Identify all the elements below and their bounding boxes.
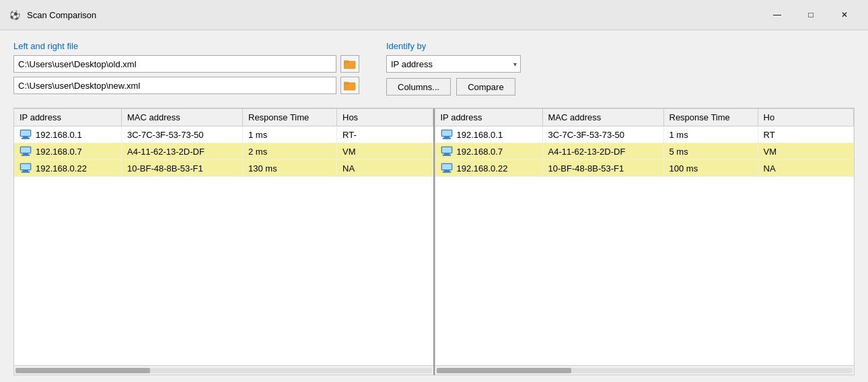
right-row3-mac: 10-BF-48-8B-53-F1 xyxy=(543,161,664,176)
right-row2-rt: 5 ms xyxy=(664,144,758,159)
svg-rect-23 xyxy=(442,147,451,153)
folder-icon xyxy=(344,59,356,69)
table-row[interactable]: 192.168.0.7 A4-11-62-13-2D-DF 2 ms VM xyxy=(14,143,433,160)
svg-rect-13 xyxy=(23,170,28,171)
right-row2-ip: 192.168.0.7 xyxy=(435,143,543,159)
left-table-body: 192.168.0.1 3C-7C-3F-53-73-50 1 ms RT- xyxy=(14,126,433,365)
table-row[interactable]: 192.168.0.22 10-BF-48-8B-53-F1 130 ms NA xyxy=(14,160,433,177)
svg-rect-19 xyxy=(442,130,451,136)
file2-browse-button[interactable] xyxy=(340,77,359,94)
svg-rect-18 xyxy=(443,138,451,139)
svg-rect-27 xyxy=(442,164,451,169)
table-row[interactable]: 192.168.0.7 A4-11-62-13-2D-DF 5 ms VM xyxy=(435,143,855,160)
compare-button[interactable]: Compare xyxy=(456,78,515,96)
computer-icon xyxy=(441,146,453,157)
right-table-header: IP address MAC address Response Time Ho xyxy=(435,109,855,126)
close-button[interactable]: ✕ xyxy=(829,5,860,25)
left-row3-ip: 192.168.0.22 xyxy=(14,160,122,176)
identify-controls: IP address MAC address Hostname ▾ Column… xyxy=(386,55,521,96)
file-section-label: Left and right file xyxy=(13,41,359,51)
app-icon: ⚽ xyxy=(8,8,22,22)
table-row[interactable]: 192.168.0.1 3C-7C-3F-53-73-50 1 ms RT- xyxy=(14,126,433,143)
right-table-panel: IP address MAC address Response Time Ho xyxy=(435,108,855,375)
identify-row: IP address MAC address Hostname ▾ xyxy=(386,55,521,73)
left-scrollbar-track[interactable] xyxy=(15,368,432,373)
right-scrollbar-thumb[interactable] xyxy=(437,368,571,373)
left-row3-host: NA xyxy=(337,161,433,176)
left-scrollbar[interactable] xyxy=(14,365,433,375)
svg-rect-15 xyxy=(21,164,30,169)
computer-icon xyxy=(20,146,32,157)
minimize-button[interactable]: — xyxy=(762,5,793,25)
svg-rect-10 xyxy=(22,155,30,156)
table-row[interactable]: 192.168.0.22 10-BF-48-8B-53-F1 100 ms NA xyxy=(435,160,855,177)
left-row1-ip: 192.168.0.1 xyxy=(14,126,122,143)
svg-rect-3 xyxy=(344,82,349,84)
identify-label: Identify by xyxy=(386,41,521,51)
svg-rect-7 xyxy=(21,130,30,136)
svg-rect-21 xyxy=(444,153,449,155)
computer-icon xyxy=(441,129,453,140)
left-scrollbar-thumb[interactable] xyxy=(15,368,150,373)
right-col-mac: MAC address xyxy=(543,109,664,126)
right-col-ip: IP address xyxy=(435,109,543,126)
right-scrollbar[interactable] xyxy=(435,365,855,375)
file2-row xyxy=(13,77,359,94)
window-controls: — □ ✕ xyxy=(762,5,860,25)
file1-browse-button[interactable] xyxy=(340,55,359,73)
svg-rect-14 xyxy=(22,171,30,173)
top-section: Left and right file xyxy=(13,41,855,98)
identify-section: Identify by IP address MAC address Hostn… xyxy=(386,41,521,98)
file1-input[interactable] xyxy=(13,55,336,73)
svg-rect-26 xyxy=(443,171,451,173)
right-row3-ip: 192.168.0.22 xyxy=(435,160,543,176)
left-col-ip: IP address xyxy=(14,109,122,126)
right-row3-host: NA xyxy=(758,161,855,176)
right-col-rt: Response Time xyxy=(664,109,758,126)
svg-rect-17 xyxy=(444,137,449,138)
left-row2-rt: 2 ms xyxy=(243,144,337,159)
right-row1-host: RT xyxy=(758,127,855,143)
right-table-body: 192.168.0.1 3C-7C-3F-53-73-50 1 ms RT xyxy=(435,126,855,365)
right-row2-mac: A4-11-62-13-2D-DF xyxy=(543,144,664,159)
right-row2-host: VM xyxy=(758,144,855,159)
right-row1-ip: 192.168.0.1 xyxy=(435,126,543,143)
right-row3-rt: 100 ms xyxy=(664,161,758,176)
left-row2-mac: A4-11-62-13-2D-DF xyxy=(122,144,243,159)
svg-rect-22 xyxy=(443,155,451,156)
right-col-host: Ho xyxy=(758,109,855,126)
svg-rect-6 xyxy=(22,138,30,139)
svg-rect-5 xyxy=(23,137,28,138)
computer-icon xyxy=(20,163,32,174)
window-title: Scan Comparison xyxy=(27,10,762,20)
left-row1-rt: 1 ms xyxy=(243,127,337,143)
svg-rect-11 xyxy=(21,147,30,153)
left-col-host: Hos xyxy=(337,109,433,126)
left-row2-host: VM xyxy=(337,144,433,159)
folder-icon xyxy=(344,81,356,91)
file-section: Left and right file xyxy=(13,41,359,98)
right-scrollbar-track[interactable] xyxy=(437,368,853,373)
left-row3-rt: 130 ms xyxy=(243,161,337,176)
left-table-panel: IP address MAC address Response Time Hos xyxy=(13,108,435,375)
left-row3-mac: 10-BF-48-8B-53-F1 xyxy=(122,161,243,176)
svg-rect-1 xyxy=(344,61,349,63)
computer-icon xyxy=(441,163,453,174)
file1-row xyxy=(13,55,359,73)
columns-button[interactable]: Columns... xyxy=(386,78,451,96)
main-content: Left and right file xyxy=(0,30,868,382)
left-row1-host: RT- xyxy=(337,127,433,143)
table-row[interactable]: 192.168.0.1 3C-7C-3F-53-73-50 1 ms RT xyxy=(435,126,855,143)
left-table-header: IP address MAC address Response Time Hos xyxy=(14,109,433,126)
computer-icon xyxy=(20,129,32,140)
action-row: Columns... Compare xyxy=(386,78,521,96)
left-col-mac: MAC address xyxy=(122,109,243,126)
right-row1-rt: 1 ms xyxy=(664,127,758,143)
identify-select[interactable]: IP address MAC address Hostname xyxy=(386,55,521,73)
maximize-button[interactable]: □ xyxy=(795,5,826,25)
file2-input[interactable] xyxy=(13,77,336,94)
svg-rect-9 xyxy=(23,153,28,155)
left-col-rt: Response Time xyxy=(243,109,337,126)
left-row1-mac: 3C-7C-3F-53-73-50 xyxy=(122,127,243,143)
identify-select-wrapper: IP address MAC address Hostname ▾ xyxy=(386,55,521,73)
